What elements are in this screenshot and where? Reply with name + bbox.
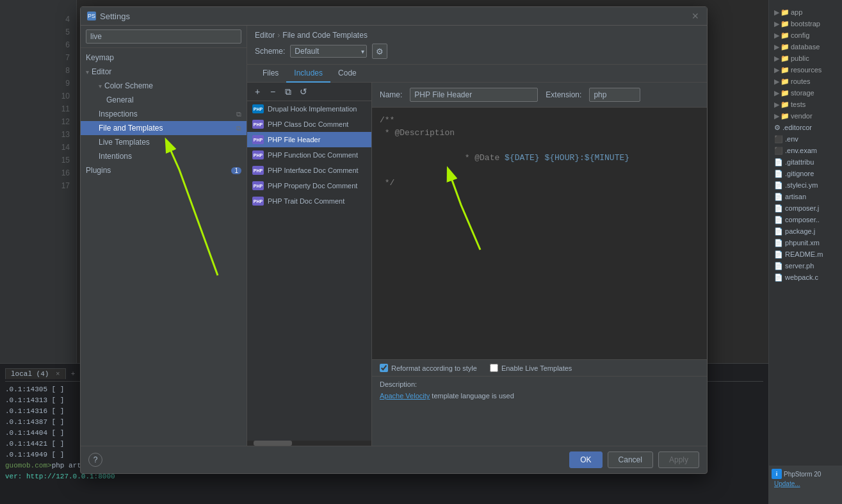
sidebar-item-keymap[interactable]: Keymap bbox=[81, 51, 247, 65]
breadcrumb-editor: Editor bbox=[255, 31, 275, 40]
file-tree-item[interactable]: 📄 phpunit.xm bbox=[769, 237, 842, 248]
template-item-drupal-hook[interactable]: PHP Drupal Hook Implementation bbox=[247, 101, 371, 117]
php-file-icon: PHP bbox=[252, 197, 264, 206]
file-tree-item[interactable]: ▶📁bootstrap bbox=[769, 18, 842, 29]
file-tree-item[interactable]: 📄 composer.j bbox=[769, 202, 842, 214]
ok-button[interactable]: OK bbox=[569, 451, 602, 468]
apache-velocity-link[interactable]: Apache Velocity bbox=[380, 392, 430, 400]
sidebar-navigation: Keymap ▾ Editor ▾ Color Scheme General bbox=[81, 48, 247, 446]
sidebar-item-inspections[interactable]: Inspections ⧉ bbox=[81, 107, 247, 121]
file-tree-item[interactable]: 📄 .gitattribu bbox=[769, 156, 842, 168]
sidebar-item-general[interactable]: General bbox=[81, 93, 247, 107]
copy-icon: ⧉ bbox=[236, 110, 241, 118]
terminal-add-tab[interactable]: + bbox=[66, 369, 81, 379]
template-item-php-file-header[interactable]: PHP PHP File Header bbox=[247, 132, 371, 147]
file-tree-item[interactable]: 📄 composer.. bbox=[769, 214, 842, 225]
phpstorm-update-link[interactable]: Update... bbox=[774, 480, 800, 487]
template-extension-input[interactable] bbox=[589, 88, 640, 102]
expand-arrow-icon: ▾ bbox=[99, 83, 102, 90]
description-area: Description: Apache Velocity template la… bbox=[372, 376, 707, 446]
template-item-label: PHP Class Doc Comment bbox=[268, 120, 348, 128]
php-file-icon: PHP bbox=[252, 120, 264, 129]
ide-background: 4 5 6 7 8 9 10 11 12 13 14 15 16 17 ▶📁ap… bbox=[0, 0, 842, 504]
terminal-tab-local[interactable]: local (4) × bbox=[5, 368, 66, 379]
template-item-php-interface-doc[interactable]: PHP PHP Interface Doc Comment bbox=[247, 163, 371, 178]
tab-includes[interactable]: Includes bbox=[286, 65, 330, 83]
file-tree-item[interactable]: ▶📁tests bbox=[769, 99, 842, 110]
apply-button[interactable]: Apply bbox=[658, 451, 699, 468]
sidebar-search-input[interactable] bbox=[86, 29, 241, 44]
terminal-tab-close[interactable]: × bbox=[56, 370, 60, 378]
file-tree-item[interactable]: ▶📁app bbox=[769, 6, 842, 18]
copy-template-button[interactable]: ⧉ bbox=[282, 85, 295, 98]
template-item-php-property-doc[interactable]: PHP PHP Property Doc Comment bbox=[247, 178, 371, 193]
template-name-input[interactable] bbox=[410, 88, 538, 102]
line-num-13: 16 bbox=[0, 167, 76, 179]
add-template-button[interactable]: + bbox=[251, 85, 264, 98]
file-tree-item[interactable]: ▶📁config bbox=[769, 29, 842, 41]
help-button[interactable]: ? bbox=[88, 453, 102, 467]
file-tree-item[interactable]: 📄 .styleci.ym bbox=[769, 179, 842, 191]
php-file-icon: PHP bbox=[252, 166, 264, 175]
file-tree-item[interactable]: 📄 webpack.c bbox=[769, 272, 842, 283]
file-tree-item[interactable]: ▶📁database bbox=[769, 41, 842, 53]
template-list-scrollbar-thumb bbox=[254, 441, 292, 446]
content-tabs: Files Includes Code bbox=[247, 65, 707, 83]
file-tree-item[interactable]: ▶📁routes bbox=[769, 76, 842, 87]
code-editor[interactable]: /** * @Description * @Date ${DATE} ${HOU… bbox=[372, 108, 707, 359]
line-num-1: 4 bbox=[0, 13, 76, 26]
file-tree-item[interactable]: ⬛ .env bbox=[769, 133, 842, 145]
sidebar-item-color-scheme[interactable]: ▾ Color Scheme bbox=[81, 79, 247, 93]
copy-icon: ⧉ bbox=[236, 124, 241, 133]
file-tree-item[interactable]: ⬛ .env.exam bbox=[769, 145, 842, 156]
template-item-label: PHP Interface Doc Comment bbox=[268, 167, 359, 174]
file-tree-item[interactable]: 📄 README.m bbox=[769, 248, 842, 260]
description-text-rest: template language is used bbox=[432, 392, 514, 400]
phpstorm-title: PhpStorm 20 bbox=[784, 471, 821, 478]
code-line-3: * @Date ${DATE} ${HOUR}:${MINUTE} bbox=[380, 139, 699, 177]
file-tree-item[interactable]: 📄 .gitignore bbox=[769, 168, 842, 179]
scheme-label: Scheme: bbox=[255, 47, 285, 56]
remove-template-button[interactable]: − bbox=[266, 85, 279, 98]
live-templates-checkbox-label[interactable]: Enable Live Templates bbox=[490, 364, 572, 372]
line-num-5: 8 bbox=[0, 64, 76, 77]
file-tree-item[interactable]: ▶📁resources bbox=[769, 64, 842, 76]
template-item-php-trait-doc[interactable]: PHP PHP Trait Doc Comment bbox=[247, 193, 371, 209]
reformat-checkbox[interactable] bbox=[380, 364, 388, 372]
gear-button[interactable]: ⚙ bbox=[372, 44, 387, 59]
template-item-php-class-doc[interactable]: PHP PHP Class Doc Comment bbox=[247, 117, 371, 132]
file-tree-item[interactable]: ⚙ .editorcor bbox=[769, 122, 842, 133]
file-tree-item[interactable]: ▶📁storage bbox=[769, 87, 842, 99]
tab-code[interactable]: Code bbox=[330, 65, 364, 83]
sidebar-item-file-templates[interactable]: File and Templates ⧉ bbox=[81, 121, 247, 135]
file-tree-item[interactable]: 📄 server.ph bbox=[769, 260, 842, 272]
reset-template-button[interactable]: ↺ bbox=[297, 85, 310, 98]
template-item-php-function-doc[interactable]: PHP PHP Function Doc Comment bbox=[247, 147, 371, 163]
file-tree-item[interactable]: ▶📁public bbox=[769, 53, 842, 64]
description-text: Apache Velocity template language is use… bbox=[380, 391, 699, 442]
sidebar-search-area bbox=[81, 26, 247, 48]
cancel-button[interactable]: Cancel bbox=[608, 451, 653, 468]
sidebar-item-plugins[interactable]: Plugins 1 bbox=[81, 163, 247, 177]
sidebar-item-intentions[interactable]: Intentions bbox=[81, 149, 247, 163]
tab-files[interactable]: Files bbox=[255, 65, 286, 83]
sidebar-item-label: Color Scheme bbox=[104, 81, 153, 90]
sidebar-item-label: Editor bbox=[92, 67, 111, 76]
template-list-scrollbar[interactable] bbox=[247, 441, 371, 446]
editor-options: Reformat according to style Enable Live … bbox=[372, 359, 707, 376]
live-templates-checkbox[interactable] bbox=[490, 364, 498, 372]
dialog-footer: ? OK Cancel Apply bbox=[81, 446, 707, 473]
line-num-7: 10 bbox=[0, 90, 76, 102]
code-line-2: * @Description bbox=[380, 127, 699, 140]
line-num-11: 14 bbox=[0, 141, 76, 154]
sidebar-item-editor[interactable]: ▾ Editor bbox=[81, 65, 247, 79]
dialog-close-button[interactable]: ✕ bbox=[690, 11, 700, 21]
php-file-icon: PHP bbox=[252, 135, 264, 144]
sidebar-item-live-templates[interactable]: Live Templates bbox=[81, 135, 247, 149]
file-tree-item[interactable]: 📄 artisan bbox=[769, 191, 842, 202]
reformat-checkbox-label[interactable]: Reformat according to style bbox=[380, 364, 477, 372]
line-num-12: 15 bbox=[0, 154, 76, 167]
file-tree-item[interactable]: 📄 package.j bbox=[769, 225, 842, 237]
scheme-select[interactable]: Default Project bbox=[290, 45, 367, 58]
file-tree-item[interactable]: ▶📁vendor bbox=[769, 110, 842, 122]
